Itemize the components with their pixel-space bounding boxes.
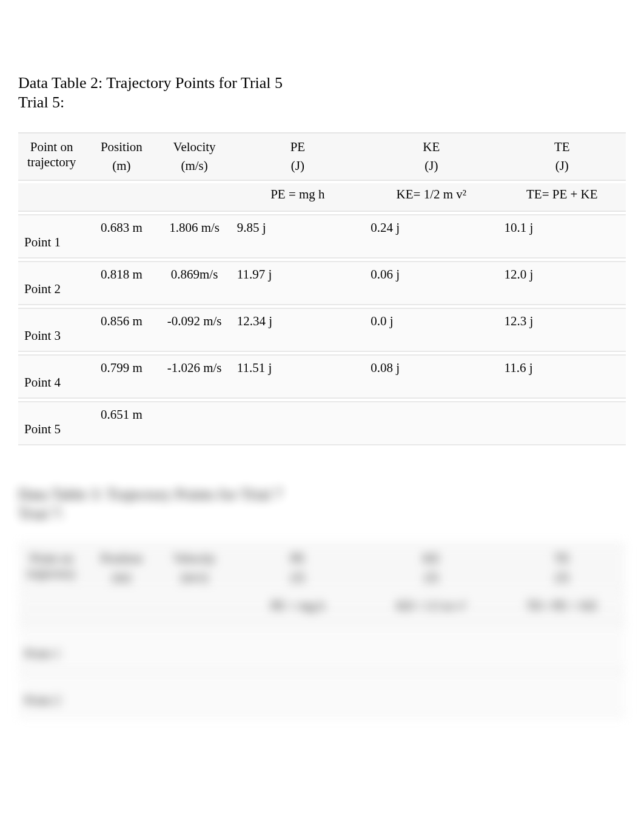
cell-position (85, 672, 158, 717)
col-header-pe-label: PE (290, 551, 306, 566)
table3-body: Point 1 Point 2 (18, 626, 626, 717)
formula-empty-2 (85, 183, 158, 212)
cell-pe (231, 626, 364, 670)
table2-formula-row: PE = mg h KE= 1/2 m v² TE= PE + KE (18, 183, 626, 212)
formula-empty-3 (158, 595, 230, 623)
cell-pe (231, 401, 364, 445)
cell-position: 0.651 m (85, 401, 158, 445)
cell-ke: 0.0 j (364, 308, 498, 352)
table-row: Point 5 0.651 m (18, 401, 626, 445)
cell-te: 12.3 j (498, 308, 626, 352)
formula-empty-1 (18, 595, 85, 623)
formula-empty-1 (18, 183, 85, 212)
formula-empty-3 (158, 183, 230, 212)
cell-ke (364, 626, 498, 670)
cell-velocity (158, 672, 230, 717)
cell-point: Point 2 (18, 672, 85, 717)
formula-ke: KE= 1/2 m v² (364, 183, 498, 212)
table-row: Point 3 0.856 m -0.092 m/s 12.34 j 0.0 j… (18, 308, 626, 352)
formula-ke: KE= 1/2 m v² (364, 595, 498, 623)
data-table-2: Point on trajectory Position (m) Velocit… (18, 130, 626, 448)
col-header-te-unit: (J) (505, 158, 620, 174)
col-header-te-label: TE (554, 551, 570, 566)
cell-point: Point 2 (18, 261, 85, 305)
cell-pe: 11.97 j (231, 261, 364, 305)
table3-subtitle: Trial 7: (18, 505, 626, 523)
table2-title: Data Table 2: Trajectory Points for Tria… (18, 73, 626, 93)
cell-position: 0.683 m (85, 214, 158, 259)
cell-ke: 0.24 j (364, 214, 498, 259)
col-header-position-unit: (m) (91, 158, 152, 174)
col-header-ke-label: KE (423, 140, 440, 154)
cell-velocity: 1.806 m/s (158, 214, 230, 259)
cell-position: 0.799 m (85, 354, 158, 399)
table2-body: Point 1 0.683 m 1.806 m/s 9.85 j 0.24 j … (18, 214, 626, 445)
cell-velocity: -0.092 m/s (158, 308, 230, 352)
cell-position: 0.856 m (85, 308, 158, 352)
cell-pe: 12.34 j (231, 308, 364, 352)
col-header-ke: KE (J) (364, 544, 498, 592)
formula-pe: PE = mg h (231, 595, 364, 623)
col-header-ke: KE (J) (364, 132, 498, 181)
table3-title-block: Data Table 3: Trajectory Points for Tria… (18, 484, 626, 523)
col-header-point-label: Point on trajectory (27, 140, 76, 169)
col-header-pe: PE (J) (231, 544, 364, 592)
cell-velocity: -1.026 m/s (158, 354, 230, 399)
cell-te (498, 401, 626, 445)
cell-point: Point 1 (18, 214, 85, 259)
col-header-point: Point on trajectory (18, 544, 85, 592)
col-header-te: TE (J) (498, 544, 626, 592)
col-header-point: Point on trajectory (18, 132, 85, 181)
cell-point: Point 5 (18, 401, 85, 445)
table2-title-block: Data Table 2: Trajectory Points for Tria… (18, 73, 626, 112)
col-header-te-unit: (J) (505, 570, 620, 585)
col-header-pe-unit: (J) (237, 158, 358, 174)
cell-velocity (158, 626, 230, 670)
col-header-te-label: TE (554, 140, 570, 154)
cell-te: 11.6 j (498, 354, 626, 399)
col-header-velocity-unit: (m/s) (164, 158, 224, 174)
table3-formula-row: PE = mg h KE= 1/2 m v² TE= PE + KE (18, 595, 626, 623)
formula-pe: PE = mg h (231, 183, 364, 212)
table2-header-row: Point on trajectory Position (m) Velocit… (18, 132, 626, 181)
cell-velocity (158, 401, 230, 445)
formula-te: TE= PE + KE (498, 595, 626, 623)
col-header-point-label: Point on trajectory (27, 551, 76, 581)
cell-position (85, 626, 158, 670)
col-header-pe: PE (J) (231, 132, 364, 181)
col-header-pe-label: PE (290, 140, 306, 154)
blurred-preview-section: Data Table 3: Trajectory Points for Tria… (18, 484, 626, 719)
cell-ke (364, 401, 498, 445)
cell-point: Point 4 (18, 354, 85, 399)
cell-te (498, 672, 626, 717)
cell-te (498, 626, 626, 670)
col-header-te: TE (J) (498, 132, 626, 181)
col-header-position-label: Position (101, 551, 143, 566)
cell-pe: 11.51 j (231, 354, 364, 399)
table-row: Point 1 (18, 626, 626, 670)
formula-te: TE= PE + KE (498, 183, 626, 212)
cell-velocity: 0.869m/s (158, 261, 230, 305)
table-row: Point 1 0.683 m 1.806 m/s 9.85 j 0.24 j … (18, 214, 626, 259)
col-header-pe-unit: (J) (237, 570, 358, 585)
cell-ke: 0.08 j (364, 354, 498, 399)
col-header-ke-unit: (J) (371, 158, 492, 174)
table-row: Point 2 0.818 m 0.869m/s 11.97 j 0.06 j … (18, 261, 626, 305)
col-header-ke-label: KE (423, 551, 440, 566)
col-header-position: Position (m) (85, 132, 158, 181)
col-header-position: Position (m) (85, 544, 158, 592)
cell-point: Point 1 (18, 626, 85, 670)
table3-title: Data Table 3: Trajectory Points for Tria… (18, 484, 626, 505)
cell-te: 12.0 j (498, 261, 626, 305)
cell-position: 0.818 m (85, 261, 158, 305)
col-header-ke-unit: (J) (371, 570, 492, 585)
col-header-velocity-unit: (m/s) (164, 570, 224, 585)
col-header-velocity-label: Velocity (173, 140, 216, 154)
cell-pe (231, 672, 364, 717)
col-header-position-label: Position (101, 140, 143, 154)
table-row: Point 4 0.799 m -1.026 m/s 11.51 j 0.08 … (18, 354, 626, 399)
cell-ke: 0.06 j (364, 261, 498, 305)
cell-te: 10.1 j (498, 214, 626, 259)
col-header-velocity: Velocity (m/s) (158, 132, 230, 181)
cell-pe: 9.85 j (231, 214, 364, 259)
